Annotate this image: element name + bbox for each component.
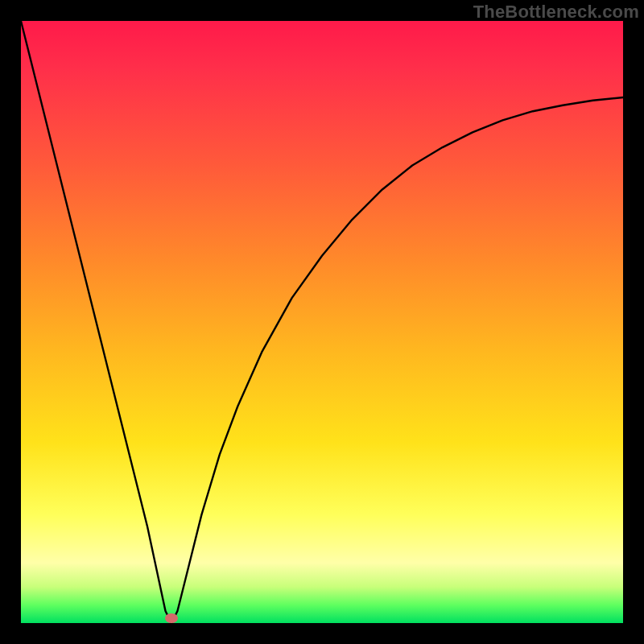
minimum-marker <box>165 613 178 623</box>
chart-frame <box>21 21 623 623</box>
watermark: TheBottleneck.com <box>473 2 639 23</box>
bottleneck-curve <box>21 21 623 623</box>
